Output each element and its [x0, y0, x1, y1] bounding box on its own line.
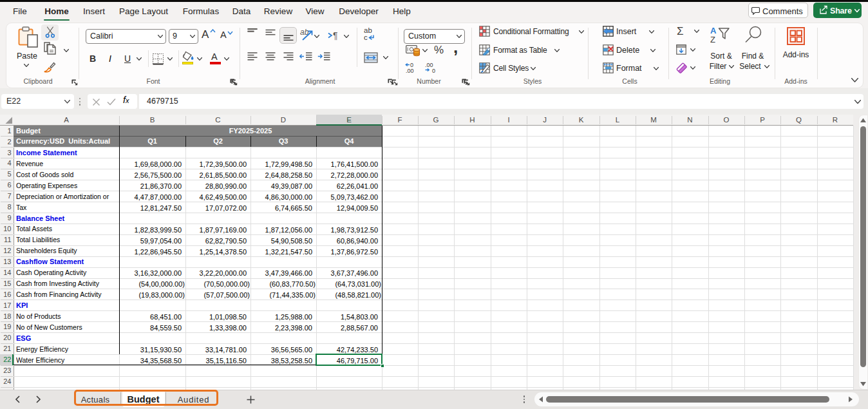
- svg-text:.00: .00: [406, 68, 414, 73]
- svg-text:0: 0: [432, 68, 435, 73]
- svg-text:¶: ¶: [333, 30, 338, 41]
- svg-text:A: A: [710, 26, 717, 35]
- svg-text:c: c: [364, 33, 368, 41]
- svg-text:Z: Z: [710, 35, 715, 44]
